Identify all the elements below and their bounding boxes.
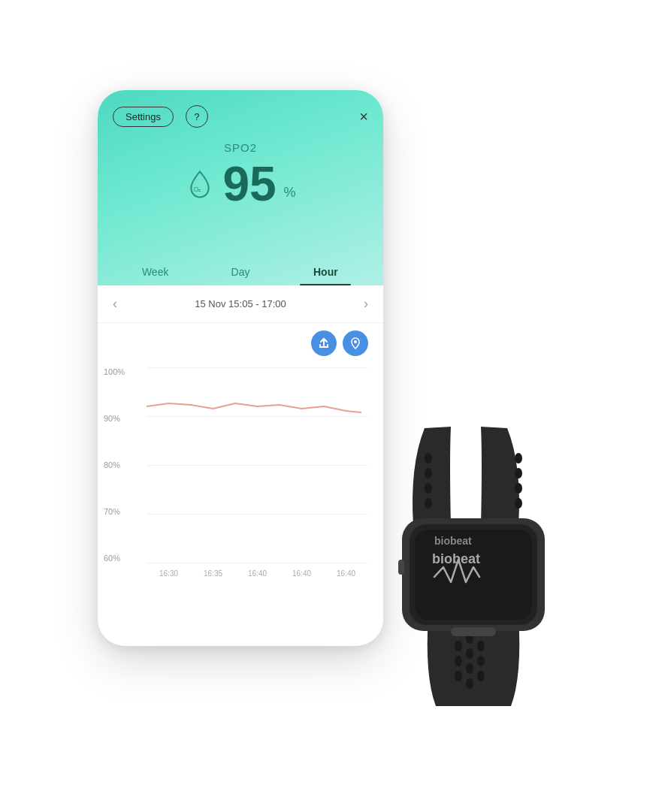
x-axis-labels: 16:30 16:35 16:40 16:40 16:40: [147, 569, 368, 578]
grid-line-60: [147, 563, 368, 563]
svg-point-4: [466, 663, 473, 674]
spo2-unit: %: [284, 185, 296, 208]
tab-day[interactable]: Day: [198, 258, 283, 285]
metric-label: SPO2: [113, 141, 368, 154]
svg-point-15: [425, 498, 432, 509]
tab-week[interactable]: Week: [113, 258, 198, 285]
date-range-label: 15 Nov 15:05 - 17:00: [195, 298, 286, 309]
svg-point-11: [477, 671, 485, 681]
y-label-80: 80%: [104, 460, 125, 469]
device-svg: biobeat biobeat: [353, 421, 594, 706]
location-button[interactable]: [343, 331, 368, 356]
svg-point-16: [515, 483, 522, 494]
close-button[interactable]: ×: [359, 108, 368, 125]
svg-point-19: [515, 498, 522, 509]
svg-rect-26: [398, 560, 404, 575]
date-prev-button[interactable]: ‹: [113, 296, 117, 312]
tab-bar: Week Day Hour: [98, 258, 383, 285]
chart-container: 100% 90% 80% 70% 60%: [98, 360, 383, 585]
phone-header: Settings ? × SPO2 O₂ 95 % Week Day Hour: [98, 90, 383, 285]
chart-toolbar: [98, 323, 383, 360]
svg-point-10: [455, 671, 462, 681]
phone-mockup: Settings ? × SPO2 O₂ 95 % Week Day Hour: [98, 90, 383, 646]
date-next-button[interactable]: ›: [364, 296, 368, 312]
tab-hour[interactable]: Hour: [283, 258, 368, 285]
svg-point-18: [515, 453, 522, 463]
settings-button[interactable]: Settings: [113, 107, 174, 127]
y-label-70: 70%: [104, 507, 125, 516]
y-label-100: 100%: [104, 367, 125, 376]
x-label-2: 16:40: [248, 569, 267, 578]
svg-rect-25: [451, 627, 496, 636]
svg-point-3: [466, 648, 473, 659]
svg-point-13: [425, 468, 432, 478]
svg-point-14: [425, 453, 432, 463]
spo2-value: 95: [222, 160, 276, 208]
y-axis-labels: 100% 90% 80% 70% 60%: [98, 367, 131, 563]
svg-point-8: [455, 656, 462, 666]
location-icon: [349, 337, 361, 349]
svg-point-1: [354, 340, 357, 343]
svg-text:biobeat: biobeat: [434, 535, 472, 547]
spo2-icon: O₂: [185, 169, 215, 199]
x-label-1: 16:35: [204, 569, 222, 578]
chart-line-svg: [147, 367, 368, 563]
spo2-value-row: O₂ 95 %: [113, 160, 368, 208]
svg-point-17: [515, 468, 522, 478]
date-navigation: ‹ 15 Nov 15:05 - 17:00 ›: [98, 285, 383, 323]
svg-point-12: [425, 483, 432, 494]
svg-point-6: [455, 641, 462, 651]
chart-inner: 16:30 16:35 16:40 16:40 16:40: [147, 367, 368, 563]
help-button[interactable]: ?: [186, 105, 208, 128]
svg-point-5: [466, 678, 473, 689]
y-label-60: 60%: [104, 554, 125, 563]
share-button[interactable]: [311, 331, 337, 356]
share-icon: [318, 337, 330, 349]
y-label-90: 90%: [104, 414, 125, 423]
svg-text:O₂: O₂: [194, 186, 201, 193]
chart-area: ‹ 15 Nov 15:05 - 17:00 ›: [98, 285, 383, 585]
svg-rect-22: [415, 530, 532, 620]
x-label-3: 16:40: [292, 569, 311, 578]
x-label-0: 16:30: [159, 569, 178, 578]
svg-point-9: [477, 656, 485, 666]
svg-point-7: [477, 641, 485, 651]
wristband-device: biobeat biobeat: [353, 421, 594, 706]
